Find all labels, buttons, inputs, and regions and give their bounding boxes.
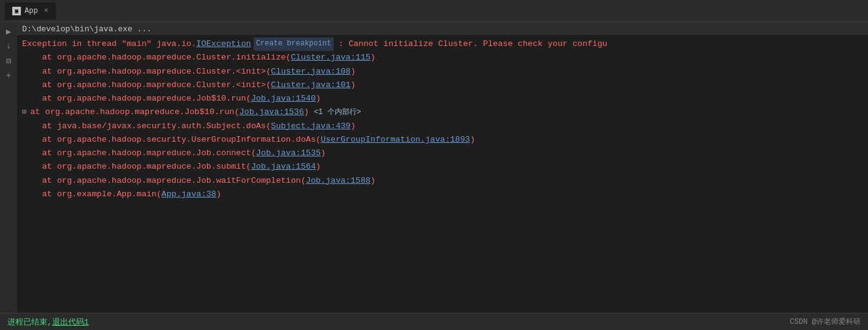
sidebar: ▶ ↓ ⊟ ＋ xyxy=(0,22,17,313)
stacktrace-suffix-8: ) xyxy=(321,147,326,160)
stacktrace-suffix-2: ) xyxy=(351,65,356,79)
status-right: CSDN @许老师爱科研 xyxy=(790,317,861,327)
ioexception-link[interactable]: IOException xyxy=(197,37,251,51)
minus-icon[interactable]: ⊟ xyxy=(2,54,15,67)
stacktrace-suffix-9: ) xyxy=(316,160,321,174)
stacktrace-indent-11: at org.example.App.main( xyxy=(22,188,162,201)
tab-label: App xyxy=(25,7,38,15)
stacktrace-link-1[interactable]: Cluster.java:115 xyxy=(291,51,370,64)
stacktrace-suffix-7: ) xyxy=(470,133,475,147)
run-icon[interactable]: ▶ xyxy=(2,25,15,38)
stacktrace-line-10: at org.apache.hadoop.mapreduce.Job.waitF… xyxy=(22,174,863,188)
stacktrace-line-6: at java.base/javax.security.auth.Subject… xyxy=(22,120,863,133)
stacktrace-link-10[interactable]: Job.java:1588 xyxy=(306,174,370,188)
command-text: D:\develop\bin\java.exe ... xyxy=(22,25,152,34)
expand-sidebar-icon[interactable]: ＋ xyxy=(2,69,15,82)
stacktrace-line-3: at org.apache.hadoop.mapreduce.Cluster.<… xyxy=(22,79,863,92)
stacktrace-indent-8: at org.apache.hadoop.mapreduce.Job.conne… xyxy=(22,147,256,160)
stacktrace-suffix-3: ) xyxy=(351,79,356,92)
process-ended-text: 进程已结束, xyxy=(7,318,52,327)
stacktrace-line-5: ⊞at org.apache.hadoop.mapreduce.Job$10.r… xyxy=(22,106,863,119)
stacktrace-suffix-1: ) xyxy=(370,51,375,64)
stacktrace-link-3[interactable]: Cluster.java:101 xyxy=(271,79,351,92)
stacktrace-indent-10: at org.apache.hadoop.mapreduce.Job.waitF… xyxy=(22,174,306,188)
stacktrace-indent-3: at org.apache.hadoop.mapreduce.Cluster.<… xyxy=(22,79,271,92)
main-area: ▶ ↓ ⊟ ＋ D:\develop\bin\java.exe ... Exce… xyxy=(0,22,868,313)
stacktrace-line-8: at org.apache.hadoop.mapreduce.Job.conne… xyxy=(22,147,863,160)
tab-close-button[interactable]: × xyxy=(44,7,49,15)
console-output: Exception in thread "main" java.io.IOExc… xyxy=(17,35,868,313)
app-icon: ▣ xyxy=(12,7,21,15)
app-tab[interactable]: ▣ App × xyxy=(5,2,56,20)
stacktrace-indent-4: at org.apache.hadoop.mapreduce.Job$10.ru… xyxy=(22,92,251,106)
stacktrace-indent-1: at org.apache.hadoop.mapreduce.Cluster.i… xyxy=(22,51,291,64)
stacktrace-link-9[interactable]: Job.java:1564 xyxy=(251,160,316,174)
exit-code-link[interactable]: 退出代码1 xyxy=(52,318,89,327)
stacktrace-indent-2: at org.apache.hadoop.mapreduce.Cluster.<… xyxy=(22,65,271,79)
stacktrace-indent-7: at org.apache.hadoop.security.UserGroupI… xyxy=(22,133,321,147)
stacktrace-indent-6: at java.base/javax.security.auth.Subject… xyxy=(22,120,271,133)
stacktrace-line-2: at org.apache.hadoop.mapreduce.Cluster.<… xyxy=(22,65,863,79)
exception-line: Exception in thread "main" java.io.IOExc… xyxy=(22,37,863,51)
stacktrace-suffix-10: ) xyxy=(370,174,375,188)
stacktrace-link-7[interactable]: UserGroupInformation.java:1893 xyxy=(321,133,470,147)
stacktrace-suffix-6: ) xyxy=(351,120,356,133)
exception-prefix: Exception in thread "main" java.io. xyxy=(22,37,197,51)
stacktrace-indent-9: at org.apache.hadoop.mapreduce.Job.submi… xyxy=(22,160,251,174)
stacktrace-link-11[interactable]: App.java:38 xyxy=(162,188,216,201)
terminal: D:\develop\bin\java.exe ... Exception in… xyxy=(17,22,868,313)
exception-message: : Cannot initialize Cluster. Please chec… xyxy=(334,37,608,51)
stacktrace-line-9: at org.apache.hadoop.mapreduce.Job.submi… xyxy=(22,160,863,174)
stacktrace-line-11: at org.example.App.main(App.java:38) xyxy=(22,188,863,201)
title-bar: ▣ App × xyxy=(0,0,868,22)
status-bar: 进程已结束,退出代码1 CSDN @许老师爱科研 xyxy=(0,313,868,330)
status-left: 进程已结束,退出代码1 xyxy=(7,317,89,328)
stacktrace-line-4: at org.apache.hadoop.mapreduce.Job$10.ru… xyxy=(22,92,863,106)
stacktrace-suffix-4: ) xyxy=(316,92,321,106)
stacktrace-link-2[interactable]: Cluster.java:108 xyxy=(271,65,351,79)
create-breakpoint-link[interactable]: Create breakpoint xyxy=(254,37,334,51)
stacktrace-suffix-5: ) xyxy=(304,106,309,119)
stacktrace-line-1: at org.apache.hadoop.mapreduce.Cluster.i… xyxy=(22,51,863,64)
stacktrace-link-4[interactable]: Job.java:1540 xyxy=(251,92,316,106)
command-line: D:\develop\bin\java.exe ... xyxy=(17,22,868,35)
internal-badge: <1 个内部行> xyxy=(314,107,361,119)
stacktrace-line-7: at org.apache.hadoop.security.UserGroupI… xyxy=(22,133,863,147)
stacktrace-link-8[interactable]: Job.java:1535 xyxy=(256,147,321,160)
stacktrace-link-6[interactable]: Subject.java:439 xyxy=(271,120,351,133)
stacktrace-indent-5: at org.apache.hadoop.mapreduce.Job$10.ru… xyxy=(30,106,239,119)
stacktrace-suffix-11: ) xyxy=(216,188,221,201)
download-icon[interactable]: ↓ xyxy=(2,39,15,53)
stacktrace-link-5[interactable]: Job.java:1536 xyxy=(240,106,304,119)
expand-icon[interactable]: ⊞ xyxy=(22,107,26,119)
